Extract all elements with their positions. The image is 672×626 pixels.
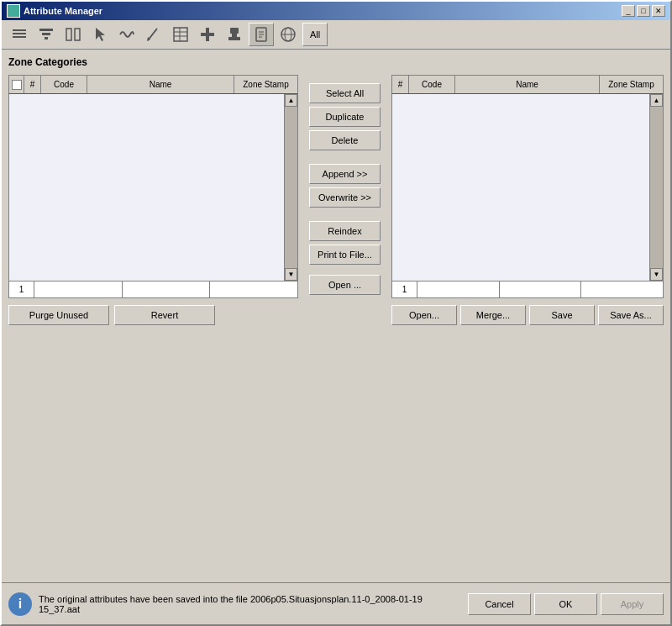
svg-rect-4	[42, 33, 50, 35]
print-to-file-button[interactable]: Print to File...	[309, 245, 381, 265]
revert-button[interactable]: Revert	[114, 305, 215, 325]
svg-rect-16	[201, 33, 214, 36]
title-bar-left: Attribute Manager	[7, 4, 102, 18]
attribute-manager-window: Attribute Manager _ □ ✕	[0, 0, 672, 626]
middle-panel: Select All Duplicate Delete Append >> Ov…	[305, 75, 385, 325]
toolbar-btn-layers[interactable]	[7, 23, 32, 46]
bottom-buttons: Cancel OK Apply	[468, 593, 664, 615]
right-header-stamp: Zone Stamp	[600, 76, 663, 93]
window-title: Attribute Manager	[24, 6, 102, 16]
status-line2: 15_37.aat	[39, 604, 461, 614]
status-line1: The original attributes have been saved …	[39, 594, 461, 604]
toolbar-btn-filter[interactable]	[34, 23, 59, 46]
apply-button[interactable]: Apply	[601, 593, 664, 615]
left-table-content: ▲ ▼	[8, 93, 298, 281]
title-bar: Attribute Manager _ □ ✕	[2, 2, 670, 20]
left-footer-cell3	[210, 281, 297, 297]
right-table-footer: 1	[391, 281, 664, 298]
maximize-button[interactable]: □	[637, 5, 650, 17]
window-icon	[7, 4, 20, 18]
title-buttons: _ □ ✕	[622, 5, 665, 17]
left-footer-num: 1	[9, 281, 34, 297]
svg-rect-5	[45, 37, 48, 39]
left-header-code: Code	[41, 76, 87, 93]
content-area: Zone Categories # Code Name Zone Stamp	[2, 50, 670, 582]
right-footer-cell3	[581, 281, 663, 297]
right-header-num: #	[392, 76, 409, 93]
status-text: The original attributes have been saved …	[39, 594, 461, 614]
overwrite-button[interactable]: Overwrite >>	[309, 187, 381, 208]
left-table-footer: 1	[8, 281, 298, 298]
main-panel: # Code Name Zone Stamp ▲ ▼ 1	[8, 75, 664, 325]
toolbar-all-button[interactable]: All	[302, 23, 328, 46]
svg-rect-7	[75, 29, 80, 40]
left-header-name: Name	[87, 76, 234, 93]
svg-rect-2	[13, 36, 26, 38]
status-bar: i The original attributes have been save…	[2, 582, 670, 624]
toolbar-btn-table[interactable]	[168, 23, 193, 46]
right-table-scrollbar[interactable]: ▲ ▼	[649, 94, 663, 281]
open-right-button[interactable]: Open...	[391, 305, 457, 325]
toolbar-btn-columns[interactable]	[60, 23, 86, 46]
svg-marker-8	[96, 28, 105, 41]
cancel-button[interactable]: Cancel	[468, 593, 531, 615]
right-scroll-down[interactable]: ▼	[650, 268, 663, 281]
duplicate-button[interactable]: Duplicate	[309, 107, 381, 127]
left-header-num: #	[24, 76, 41, 93]
right-footer-cell1	[417, 281, 500, 297]
svg-rect-3	[39, 29, 53, 31]
svg-rect-11	[174, 28, 187, 41]
delete-button[interactable]: Delete	[309, 130, 381, 150]
toolbar-btn-draw[interactable]	[141, 23, 166, 46]
right-action-buttons: Open... Merge... Save Save As...	[391, 305, 664, 325]
right-footer-cell2	[500, 281, 582, 297]
left-table-header: # Code Name Zone Stamp	[8, 75, 298, 93]
svg-rect-18	[228, 37, 240, 40]
right-table-header: # Code Name Zone Stamp	[391, 75, 664, 93]
toolbar-btn-cross[interactable]	[195, 23, 220, 46]
status-icon: i	[8, 592, 32, 616]
ok-button[interactable]: OK	[534, 593, 597, 615]
left-scroll-down[interactable]: ▼	[285, 268, 297, 281]
right-header-name: Name	[455, 76, 600, 93]
right-header-code: Code	[409, 76, 455, 93]
left-header-checkbox[interactable]	[12, 80, 22, 90]
right-scroll-track[interactable]	[650, 107, 663, 268]
toolbar: All	[2, 20, 670, 50]
purge-unused-button[interactable]: Purge Unused	[8, 305, 109, 325]
left-header-checkbox-col	[9, 76, 24, 93]
right-footer-num: 1	[392, 281, 417, 297]
right-scroll-up[interactable]: ▲	[650, 94, 663, 107]
left-header-stamp: Zone Stamp	[234, 76, 297, 93]
svg-rect-6	[66, 29, 71, 40]
right-panel: # Code Name Zone Stamp ▲ ▼ 1	[391, 75, 664, 325]
toolbar-btn-pointer[interactable]	[87, 23, 113, 46]
append-button[interactable]: Append >>	[309, 164, 381, 184]
merge-button[interactable]: Merge...	[460, 305, 526, 325]
close-button[interactable]: ✕	[652, 5, 665, 17]
svg-rect-0	[13, 29, 26, 31]
toolbar-btn-globe[interactable]	[276, 23, 301, 46]
left-table-scrollbar[interactable]: ▲ ▼	[284, 94, 297, 281]
svg-rect-19	[232, 34, 237, 37]
toolbar-btn-wave[interactable]	[114, 23, 139, 46]
minimize-button[interactable]: _	[622, 5, 635, 17]
save-as-button[interactable]: Save As...	[598, 305, 664, 325]
left-footer-cell1	[34, 281, 123, 297]
svg-rect-1	[13, 33, 26, 34]
section-title: Zone Categories	[8, 56, 664, 68]
toolbar-btn-page[interactable]	[249, 23, 274, 46]
left-panel: # Code Name Zone Stamp ▲ ▼ 1	[8, 75, 298, 325]
right-table-content: ▲ ▼	[391, 93, 664, 281]
open-middle-button[interactable]: Open ...	[309, 275, 381, 295]
spacer-area	[8, 325, 664, 576]
reindex-button[interactable]: Reindex	[309, 221, 381, 241]
toolbar-btn-stamp[interactable]	[222, 23, 247, 46]
select-all-button[interactable]: Select All	[309, 83, 381, 103]
left-scroll-up[interactable]: ▲	[285, 94, 297, 107]
svg-rect-17	[230, 28, 239, 34]
save-button[interactable]: Save	[529, 305, 595, 325]
left-scroll-track[interactable]	[285, 107, 297, 268]
left-footer-cell2	[123, 281, 211, 297]
left-action-buttons: Purge Unused Revert	[8, 305, 298, 325]
